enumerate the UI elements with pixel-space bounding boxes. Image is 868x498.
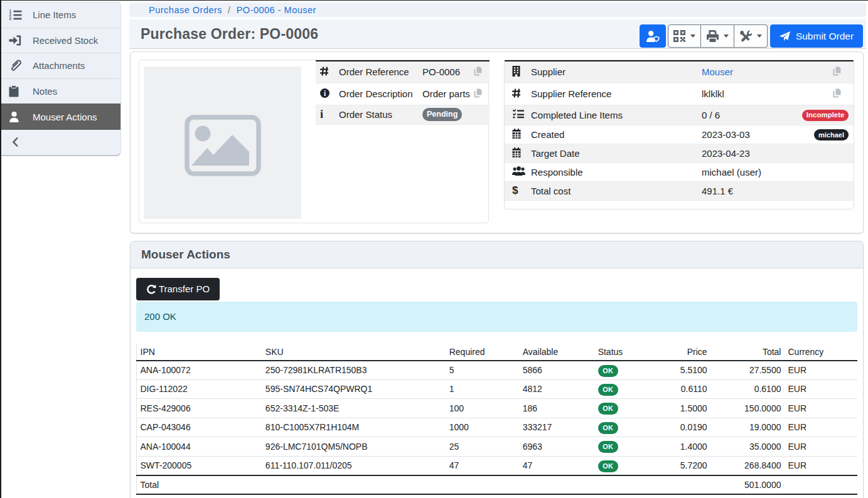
- svg-text:3: 3: [9, 16, 12, 21]
